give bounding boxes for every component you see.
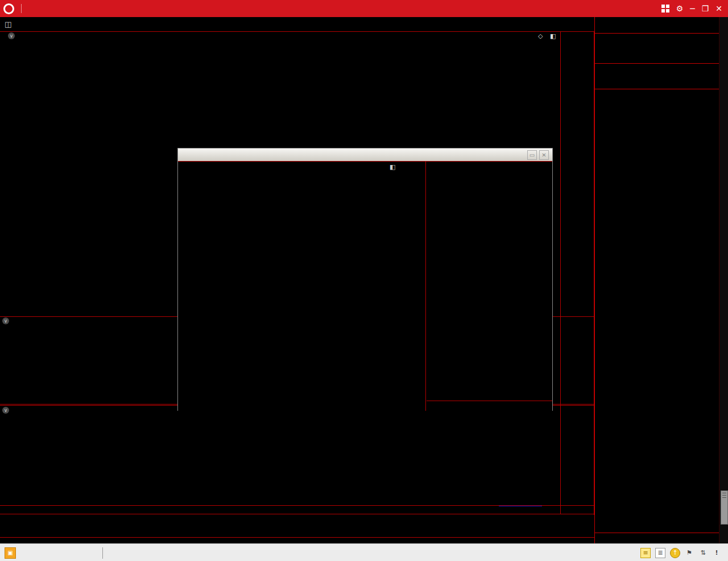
popup-title-bar[interactable]: ▭ ✕ bbox=[178, 148, 552, 161]
restore-button[interactable]: ❐ bbox=[702, 4, 709, 13]
market-row bbox=[595, 76, 719, 89]
buy-row[interactable] bbox=[595, 47, 719, 63]
founder-logo-icon bbox=[3, 3, 14, 14]
panel-toggle-icon[interactable]: ◧ bbox=[390, 163, 395, 171]
popup-tick-area bbox=[427, 162, 552, 411]
app-logo bbox=[0, 3, 30, 14]
price-axis bbox=[560, 31, 594, 515]
alert-icon[interactable]: ! bbox=[712, 548, 721, 558]
app-window: ⚙ ─ ❐ ✕ ◫ ∨ ∨ ∨ ◇ ◧ bbox=[0, 0, 728, 561]
tick-table-header bbox=[595, 89, 719, 100]
quote-panel bbox=[594, 17, 719, 543]
quote-header bbox=[595, 17, 719, 33]
diamond-marker-icon[interactable]: ◇ bbox=[538, 32, 543, 40]
popup-minimize-icon[interactable]: ▭ bbox=[527, 150, 537, 160]
macd-header: ∨ bbox=[2, 407, 14, 414]
panel-toggle-icon[interactable]: ◧ bbox=[550, 32, 556, 40]
unit-row bbox=[595, 64, 719, 76]
sort-arrows-icon[interactable]: ⇅ bbox=[698, 548, 708, 558]
minimize-button[interactable]: ─ bbox=[690, 4, 694, 13]
chevron-down-icon[interactable]: ∨ bbox=[2, 407, 9, 414]
chevron-down-icon[interactable]: ∨ bbox=[2, 317, 9, 324]
quote-panel-tabs bbox=[595, 533, 719, 543]
sell-row[interactable] bbox=[595, 34, 719, 47]
close-button[interactable]: ✕ bbox=[715, 4, 722, 13]
top-menu-bar: ⚙ ─ ❐ ✕ bbox=[0, 0, 728, 17]
tick-detail-popup: ▭ ✕ ◧ bbox=[177, 148, 553, 411]
panel-scrollbar[interactable] bbox=[719, 17, 728, 543]
volume-header: ∨ bbox=[2, 317, 14, 324]
popup-tabs bbox=[427, 401, 552, 411]
note-icon[interactable]: ≡ bbox=[640, 548, 651, 558]
brand-divider bbox=[21, 4, 22, 13]
coin-up-icon[interactable]: ↑ bbox=[670, 548, 680, 558]
layout-split-icon[interactable]: ◫ bbox=[5, 20, 11, 28]
settings-gear-icon[interactable]: ⚙ bbox=[676, 4, 684, 13]
apps-grid-icon[interactable] bbox=[661, 5, 669, 13]
indicator-button-row bbox=[0, 514, 594, 525]
intraday-plot bbox=[210, 173, 407, 390]
pin-icon[interactable]: ⚑ bbox=[685, 548, 694, 558]
date-axis bbox=[0, 506, 560, 514]
period-toolbar: ◫ bbox=[0, 17, 594, 32]
document-icon[interactable]: ≣ bbox=[655, 548, 665, 558]
tick-table-header bbox=[427, 162, 552, 172]
daily-macd-chart bbox=[0, 416, 560, 505]
popup-close-icon[interactable]: ✕ bbox=[539, 150, 549, 160]
scrollbar-thumb[interactable] bbox=[721, 490, 728, 525]
market-window-icon[interactable]: ▣ bbox=[5, 547, 16, 559]
intraday-chart-area: ◧ bbox=[178, 162, 426, 411]
indicator-extend-row bbox=[0, 526, 594, 537]
status-bar: ▣ ≡ ≣ ↑ ⚑ ⇅ ! bbox=[0, 543, 728, 561]
